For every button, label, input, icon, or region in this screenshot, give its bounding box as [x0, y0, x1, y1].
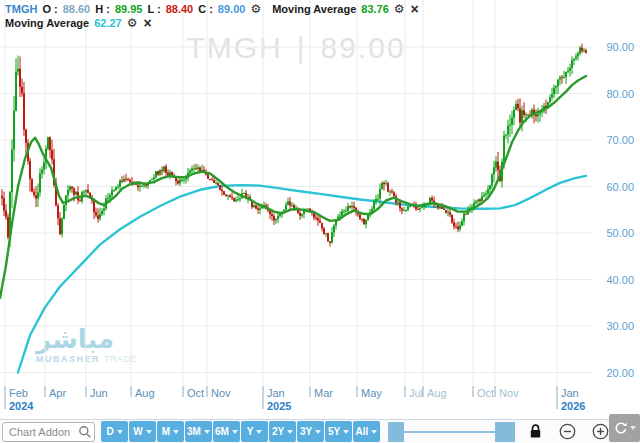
zoom-out-button[interactable] — [559, 423, 576, 440]
close-label: C : — [198, 3, 213, 15]
time-range-slider[interactable] — [388, 422, 515, 442]
range-button-group: DWM3M6MY2Y3Y5YAll — [101, 421, 380, 442]
legend-row-study-2: Moving Average 62.27 ⚙ × — [5, 16, 419, 30]
symbol-label[interactable]: TMGH — [5, 3, 37, 15]
svg-text:Nov: Nov — [211, 387, 231, 399]
refresh-icon — [614, 421, 628, 435]
price-chart[interactable]: 90.0080.0070.0060.0050.0040.0030.0020.00… — [0, 0, 640, 418]
svg-text:2025: 2025 — [267, 400, 291, 412]
svg-text:Jun: Jun — [90, 387, 108, 399]
range-button-y[interactable]: Y — [241, 421, 268, 442]
chart-area[interactable]: TMGH|89.00 مباشر MUBASHER TRADE 90.0080.… — [0, 0, 640, 418]
open-label: O : — [42, 3, 57, 15]
svg-text:Jan: Jan — [267, 387, 285, 399]
svg-text:2026: 2026 — [561, 400, 585, 412]
legend: TMGH O : 88.60 H : 89.95 L : 88.40 C : 8… — [5, 2, 419, 30]
svg-text:90.00: 90.00 — [606, 41, 634, 53]
legend-row-symbol: TMGH O : 88.60 H : 89.95 L : 88.40 C : 8… — [5, 2, 419, 16]
refresh-caret-icon — [630, 426, 636, 430]
svg-text:50.00: 50.00 — [606, 227, 634, 239]
range-button-m[interactable]: M — [157, 421, 184, 442]
slider-right-handle[interactable] — [495, 422, 515, 442]
series-settings-gear-icon[interactable]: ⚙ — [250, 3, 261, 15]
zoom-in-button[interactable] — [592, 423, 609, 440]
lock-icon — [529, 424, 542, 439]
chart-app: TMGH|89.00 مباشر MUBASHER TRADE 90.0080.… — [0, 0, 640, 443]
range-button-3y[interactable]: 3Y — [297, 421, 324, 442]
svg-text:Jan: Jan — [561, 387, 579, 399]
study-1-close-icon[interactable]: × — [411, 3, 419, 15]
high-value: 89.95 — [115, 3, 143, 15]
svg-text:Oct: Oct — [477, 387, 494, 399]
low-label: L : — [147, 3, 160, 15]
svg-text:60.00: 60.00 — [606, 181, 634, 193]
svg-text:Aug: Aug — [135, 387, 155, 399]
range-button-6m[interactable]: 6M — [213, 421, 240, 442]
zoom-out-icon — [559, 423, 576, 440]
candlestick-series[interactable] — [1, 44, 587, 248]
study-2-name: Moving Average — [5, 17, 89, 29]
y-axis[interactable]: 90.0080.0070.0060.0050.0040.0030.0020.00 — [606, 41, 634, 379]
low-value: 88.40 — [166, 3, 194, 15]
slider-left-handle[interactable] — [388, 422, 404, 442]
range-button-d[interactable]: D — [101, 421, 128, 442]
svg-text:Apr: Apr — [49, 387, 66, 399]
svg-text:Mar: Mar — [314, 387, 333, 399]
range-button-3m[interactable]: 3M — [185, 421, 212, 442]
high-label: H : — [95, 3, 110, 15]
svg-text:30.00: 30.00 — [606, 320, 634, 332]
svg-text:Feb: Feb — [9, 387, 28, 399]
svg-text:80.00: 80.00 — [606, 88, 634, 100]
study-2-value: 62.27 — [94, 17, 122, 29]
range-button-5y[interactable]: 5Y — [325, 421, 352, 442]
study-1-name: Moving Average — [272, 3, 356, 15]
svg-text:Jul: Jul — [409, 387, 423, 399]
svg-text:Nov: Nov — [499, 387, 519, 399]
x-axis[interactable]: Feb2024AprJunAugOctNovJan2025MarMayJulAu… — [5, 386, 585, 412]
search-icon — [78, 425, 92, 439]
range-button-all[interactable]: All — [353, 421, 380, 442]
close-value: 89.00 — [218, 3, 246, 15]
svg-text:20.00: 20.00 — [606, 367, 634, 379]
lock-scroll-button[interactable] — [529, 424, 542, 439]
zoom-in-icon — [592, 423, 609, 440]
range-button-w[interactable]: W — [129, 421, 156, 442]
svg-text:May: May — [361, 387, 382, 399]
svg-text:Aug: Aug — [427, 387, 447, 399]
refresh-interval-button[interactable] — [609, 414, 640, 442]
open-value: 88.60 — [63, 3, 91, 15]
svg-text:2024: 2024 — [9, 400, 34, 412]
toolbar-icon-group — [515, 423, 609, 440]
svg-text:70.00: 70.00 — [606, 134, 634, 146]
bottom-toolbar: DWM3M6MY2Y3Y5YAll — [0, 419, 640, 443]
range-button-2y[interactable]: 2Y — [269, 421, 296, 442]
svg-text:40.00: 40.00 — [606, 274, 634, 286]
chart-addon-search — [2, 422, 95, 442]
svg-text:Oct: Oct — [187, 387, 204, 399]
study-1-gear-icon[interactable]: ⚙ — [394, 3, 405, 15]
study-1-value: 83.76 — [361, 3, 389, 15]
study-2-close-icon[interactable]: × — [143, 17, 151, 29]
study-2-gear-icon[interactable]: ⚙ — [127, 17, 138, 29]
